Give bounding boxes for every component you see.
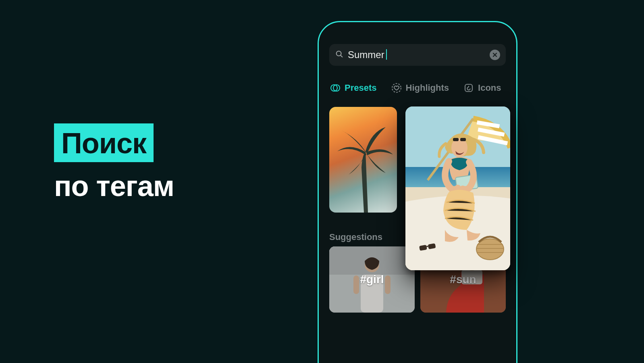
tab-label: Highlights [406,83,449,93]
svg-rect-38 [453,138,459,141]
svg-rect-39 [460,138,466,141]
clear-search-button[interactable] [490,50,500,60]
headline-line1: Поиск [61,127,146,159]
headline: Поиск по тегам [54,123,174,202]
tab-label: Icons [478,83,501,93]
search-value: Summer [348,49,384,60]
tab-highlights[interactable]: Highlights [391,83,449,93]
floating-preview-card[interactable] [405,106,510,270]
icons-icon [463,83,474,93]
headline-line2: по тегам [54,169,174,202]
tab-label: Presets [345,83,377,93]
search-input[interactable]: Summer [348,49,490,60]
palm-illustration [329,107,397,213]
search-icon [335,50,344,60]
search-bar[interactable]: Summer [329,44,506,66]
suggestion-tag: #sun [450,273,476,286]
tab-presets[interactable]: Presets [330,83,377,93]
promo-canvas: Поиск по тегам Summer [0,0,644,363]
preset-card-palm[interactable] [329,107,397,213]
tab-icons[interactable]: Icons [463,83,501,93]
category-tabs: Presets Highlights [329,83,506,93]
suggestion-tag: #girl [360,273,384,286]
beach-illustration [405,106,510,270]
headline-highlight: Поиск [54,123,154,162]
svg-point-6 [392,83,401,92]
svg-rect-7 [465,84,472,92]
svg-line-1 [341,55,342,57]
text-caret [386,49,387,60]
presets-icon [330,83,341,93]
highlights-icon [391,83,402,93]
suggestion-girl[interactable]: #girl [329,246,415,313]
